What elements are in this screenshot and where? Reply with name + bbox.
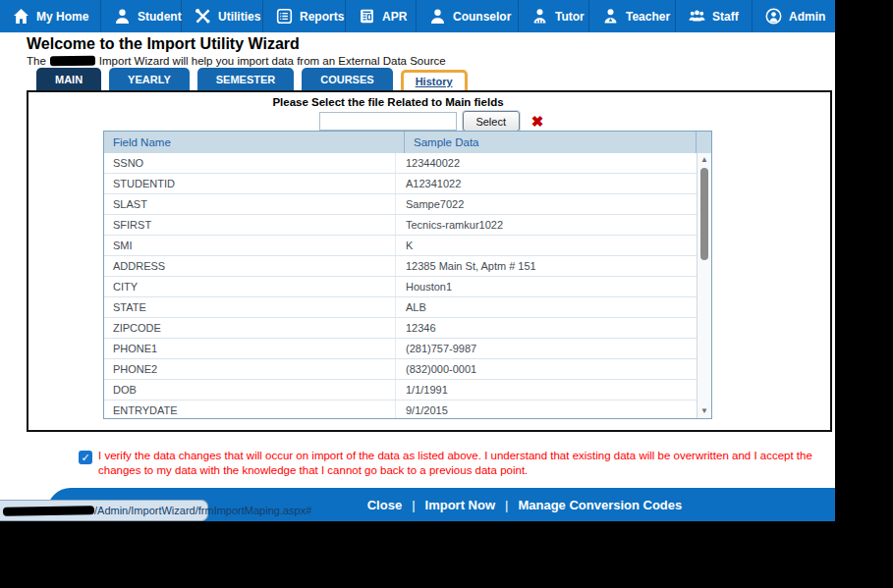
- scrollbar-thumb[interactable]: [700, 168, 708, 260]
- status-url-path: /Admin/ImportWizard/frmImportMaping.aspx…: [94, 505, 311, 516]
- sample-data-cell: A12341022: [395, 174, 697, 193]
- footer-separator: |: [505, 498, 508, 512]
- column-header-sample-data: Sample Data: [404, 132, 696, 153]
- sample-data-cell: (281)757-9987: [395, 339, 697, 358]
- table-row: CITYHouston1: [104, 277, 711, 297]
- nav-item-my-home[interactable]: My Home: [0, 0, 101, 32]
- table-row: ZIPCODE12346: [104, 318, 711, 339]
- table-row: PHONE1(281)757-9987: [104, 339, 711, 359]
- sample-data-cell: K: [395, 236, 697, 255]
- table-row: DOB1/1/1991: [104, 380, 711, 401]
- file-path-input[interactable]: [319, 112, 457, 131]
- field-name-cell: SLAST: [104, 198, 395, 210]
- nav-item-admin[interactable]: Admin: [753, 0, 835, 32]
- wizard-content-panel: Please Select the file Related to Main f…: [27, 90, 832, 432]
- sample-data-cell: ALB: [395, 297, 697, 317]
- table-row: ENTRYDATE9/1/2015: [104, 401, 711, 418]
- select-file-button[interactable]: Select: [463, 111, 520, 132]
- table-row: SLASTSampe7022: [104, 194, 711, 215]
- field-name-cell: ZIPCODE: [104, 322, 395, 334]
- nav-label: Tutor: [555, 10, 585, 24]
- table-row: STATEALB: [104, 297, 711, 318]
- table-row: SMIK: [104, 236, 711, 256]
- nav-label: Teacher: [626, 10, 670, 24]
- field-name-cell: STUDENTID: [104, 178, 395, 189]
- redaction-box: [3, 506, 94, 516]
- import-now-button[interactable]: Import Now: [425, 498, 496, 512]
- scroll-down-icon[interactable]: ▼: [698, 406, 711, 416]
- field-name-cell: CITY: [104, 281, 395, 293]
- home-icon: [13, 8, 29, 25]
- tab-semester[interactable]: SEMESTER: [197, 68, 295, 91]
- wizard-tabs: MAIN YEARLY SEMESTER COURSES History: [36, 68, 468, 91]
- scroll-up-icon[interactable]: ▲: [698, 155, 711, 165]
- field-name-cell: SSNO: [104, 157, 395, 169]
- verify-statement: I verify the data changes that will occu…: [98, 449, 820, 477]
- nav-label: Staff: [712, 10, 739, 24]
- column-header-field-name: Field Name: [104, 136, 404, 148]
- clear-file-icon[interactable]: ✖: [531, 113, 544, 131]
- nav-label: Utilities: [218, 10, 260, 24]
- table-row: ADDRESS12385 Main St, Aptm # 151: [104, 256, 711, 277]
- redaction-box: [50, 56, 95, 66]
- sample-data-cell: 12346: [395, 318, 697, 338]
- sample-data-cell: Houston1: [395, 277, 697, 296]
- field-name-cell: SMI: [104, 240, 395, 251]
- verification-section: ✓ I verify the data changes that will oc…: [79, 449, 820, 477]
- verify-checkbox[interactable]: ✓: [79, 451, 92, 464]
- sample-data-cell: 9/1/2015: [395, 401, 697, 418]
- tutor-icon: [531, 8, 548, 25]
- tab-main[interactable]: MAIN: [36, 68, 101, 91]
- close-button[interactable]: Close: [367, 498, 402, 512]
- nav-item-apr[interactable]: APR: [346, 0, 417, 32]
- manage-conversion-codes-button[interactable]: Manage Conversion Codes: [518, 498, 682, 512]
- nav-item-counselor[interactable]: Counselor: [417, 0, 519, 32]
- subtitle-prefix: The: [27, 55, 46, 67]
- sample-data-cell: 12385 Main St, Aptm # 151: [395, 256, 697, 276]
- page-title: Welcome to the Import Utility Wizard: [27, 35, 300, 53]
- nav-item-reports[interactable]: Reports: [263, 0, 346, 32]
- nav-item-student[interactable]: Student: [101, 0, 182, 32]
- field-name-cell: SFIRST: [104, 219, 395, 231]
- file-select-row: Select ✖: [127, 111, 736, 132]
- tab-yearly[interactable]: YEARLY: [109, 68, 190, 91]
- counselor-icon: [429, 8, 446, 25]
- nav-item-staff[interactable]: Staff: [676, 0, 753, 32]
- nav-label: Admin: [789, 10, 825, 24]
- field-name-cell: DOB: [104, 384, 395, 396]
- field-name-cell: ADDRESS: [104, 260, 395, 272]
- scrollbar-header-spacer: [696, 132, 711, 153]
- utilities-icon: [195, 8, 211, 25]
- table-body: SSNO123440022 STUDENTIDA12341022 SLASTSa…: [104, 153, 711, 418]
- nav-label: APR: [382, 10, 407, 24]
- page-subtitle: TheImport Wizard will help you import da…: [27, 55, 446, 68]
- sample-data-cell: (832)000-0001: [395, 359, 697, 379]
- nav-item-tutor[interactable]: Tutor: [519, 0, 589, 32]
- apr-icon: [359, 8, 375, 25]
- nav-label: Reports: [300, 10, 344, 24]
- sample-data-cell: 123440022: [395, 153, 697, 173]
- file-select-prompt: Please Select the file Related to Main f…: [84, 96, 693, 108]
- table-scrollbar[interactable]: ▲ ▼: [697, 153, 711, 418]
- app-page: My Home Student Utilities Reports APR Co…: [0, 0, 835, 521]
- table-row: SFIRSTTecnics-ramkur1022: [104, 215, 711, 236]
- nav-label: Student: [138, 10, 182, 24]
- footer-links: Close | Import Now | Manage Conversion C…: [367, 498, 683, 512]
- admin-icon: [765, 8, 782, 25]
- table-header-row: Field Name Sample Data: [104, 132, 711, 153]
- nav-item-teacher[interactable]: Teacher: [589, 0, 676, 32]
- table-row: STUDENTIDA12341022: [104, 174, 711, 194]
- field-name-cell: ENTRYDATE: [104, 404, 395, 416]
- sample-data-cell: 1/1/1991: [395, 380, 697, 400]
- sample-data-cell: Tecnics-ramkur1022: [395, 215, 697, 235]
- top-navigation-bar: My Home Student Utilities Reports APR Co…: [0, 0, 835, 32]
- nav-label: Counselor: [453, 10, 511, 24]
- field-name-cell: PHONE2: [104, 363, 395, 375]
- table-row: PHONE2(832)000-0001: [104, 359, 711, 380]
- staff-icon: [689, 8, 705, 25]
- table-row: SSNO123440022: [104, 153, 711, 174]
- nav-item-utilities[interactable]: Utilities: [182, 0, 263, 32]
- status-bar-url: /Admin/ImportWizard/frmImportMaping.aspx…: [0, 500, 208, 521]
- tab-courses[interactable]: COURSES: [302, 68, 392, 91]
- subtitle-suffix: Import Wizard will help you import data …: [99, 55, 446, 67]
